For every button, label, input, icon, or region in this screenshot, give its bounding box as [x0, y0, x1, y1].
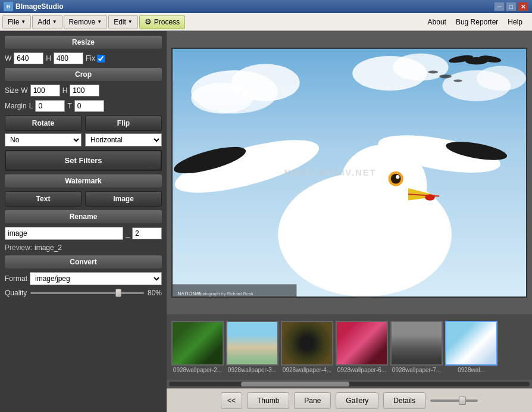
crop-margin-label: Margin [5, 102, 27, 110]
fix-checkbox[interactable] [97, 55, 105, 63]
rename-preview-value: image_2 [35, 244, 62, 252]
set-filters-button[interactable]: Set Filters [5, 150, 162, 171]
thumbnail-img-2[interactable] [226, 321, 278, 366]
thumbnail-img-1[interactable] [171, 321, 224, 366]
thumbnail-label-2: 0928wallpaper-3... [228, 367, 277, 373]
bug-reporter-button[interactable]: Bug Reporter [453, 17, 500, 27]
quality-row: Quality 80% [5, 289, 162, 297]
thumbnail-img-4[interactable] [336, 321, 388, 366]
crop-l-label: L [29, 102, 33, 110]
svg-point-11 [439, 74, 452, 78]
minimize-button[interactable]: ─ [494, 2, 505, 11]
svg-point-12 [428, 71, 438, 74]
zoom-handle[interactable] [459, 397, 466, 405]
svg-point-19 [340, 145, 427, 225]
quality-value: 80% [148, 289, 162, 297]
rename-row: _ [5, 227, 162, 240]
resize-w-input[interactable] [14, 52, 43, 64]
resize-w-label: W [5, 54, 11, 63]
zoom-slider-container [430, 399, 478, 402]
file-menu[interactable]: File ▼ [2, 15, 31, 29]
process-menu[interactable]: ⚙ Process [139, 15, 185, 29]
right-panel: NEWS.MYDIV.NET NATIONAL GEOGRAPHIC Photo… [167, 31, 532, 412]
scroll-thumb[interactable] [241, 382, 349, 386]
svg-text:NEWS.MYDIV.NET: NEWS.MYDIV.NET [284, 168, 377, 177]
watermark-text-button[interactable]: Text [5, 191, 82, 207]
rename-header: Rename [5, 210, 162, 223]
thumbnail-label-3: 0928wallpaper-4... [283, 367, 331, 373]
rotate-select[interactable]: No 90° 180° 270° [5, 133, 82, 146]
app-title: BImageStudio [15, 2, 64, 11]
crop-margin-row: Margin L T [5, 100, 162, 112]
resize-row: W H Fix [5, 52, 162, 64]
edit-menu[interactable]: Edit ▼ [108, 15, 138, 29]
prev-button[interactable]: << [221, 392, 242, 409]
add-menu[interactable]: Add ▼ [32, 15, 62, 29]
gallery-view-button[interactable]: Gallery [336, 392, 378, 409]
rename-counter[interactable] [132, 227, 162, 239]
thumbnail-img-5[interactable] [390, 321, 443, 366]
thumbnail-label-1: 0928wallpaper-2... [173, 367, 222, 373]
thumbnail-item[interactable]: 0928wallpaper-3... [226, 321, 278, 373]
thumbnail-img-3[interactable] [281, 321, 333, 366]
svg-point-3 [191, 83, 253, 114]
quality-handle[interactable] [115, 289, 121, 297]
thumbnail-label-4: 0928wallpaper-6... [337, 367, 386, 373]
crop-size-row: Size W H [5, 85, 162, 96]
thumbnail-item[interactable]: 0928wallpaper-4... [281, 321, 333, 373]
help-button[interactable]: Help [505, 17, 525, 27]
thumbnail-strip: 0928wallpaper-2... 0928wallpaper-3... 09… [167, 314, 532, 380]
about-button[interactable]: About [425, 17, 449, 27]
resize-h-input[interactable] [54, 52, 83, 64]
remove-arrow-icon: ▼ [97, 19, 102, 24]
svg-text:Photograph by Richard Rush: Photograph by Richard Rush [198, 291, 254, 296]
thumbnail-item[interactable]: 0928wallpaper-6... [336, 321, 388, 373]
crop-w-label: W [21, 86, 27, 95]
flip-select[interactable]: Horizontal Vertical Both None [85, 133, 162, 146]
thumb-view-button[interactable]: Thumb [247, 392, 289, 409]
crop-t-label: T [67, 102, 71, 110]
watermark-image-button[interactable]: Image [85, 191, 162, 207]
image-area: NEWS.MYDIV.NET NATIONAL GEOGRAPHIC Photo… [167, 31, 532, 314]
scroll-strip [167, 380, 532, 388]
remove-menu[interactable]: Remove ▼ [64, 15, 108, 29]
scroll-track[interactable] [169, 382, 530, 386]
svg-point-21 [391, 174, 401, 184]
crop-w-input[interactable] [30, 85, 60, 96]
svg-point-7 [477, 66, 526, 91]
rename-preview-label: Preview: [5, 244, 32, 252]
thumbnail-item[interactable]: 0928wal... [445, 321, 497, 373]
svg-text:BHP INTERNATIONAL PHOTOGRAPHY : BHP INTERNATIONAL PHOTOGRAPHY CONTEST [433, 296, 526, 298]
crop-t-input[interactable] [74, 100, 104, 112]
rename-preview-row: Preview: image_2 [5, 244, 162, 252]
edit-arrow-icon: ▼ [128, 19, 133, 24]
thumbnail-label-5: 0928wallpaper-7... [392, 367, 441, 373]
maximize-button[interactable]: □ [506, 2, 517, 11]
pane-view-button[interactable]: Pane [294, 392, 331, 409]
crop-size-label: Size [5, 86, 18, 95]
svg-point-22 [396, 175, 399, 179]
flip-header: Flip [85, 116, 162, 131]
resize-h-label: H [46, 54, 51, 63]
quality-slider[interactable] [30, 292, 144, 294]
crop-h-input[interactable] [70, 85, 99, 96]
format-select[interactable]: image/jpeg image/png image/gif image/bmp [30, 272, 162, 285]
rename-separator: _ [126, 229, 130, 238]
seagull-svg: NEWS.MYDIV.NET NATIONAL GEOGRAPHIC Photo… [173, 48, 526, 298]
thumbnail-item[interactable]: 0928wallpaper-2... [171, 321, 224, 373]
svg-point-25 [425, 194, 435, 200]
close-button[interactable]: ✕ [518, 2, 528, 11]
details-view-button[interactable]: Details [383, 392, 425, 409]
app-icon: B [4, 2, 13, 11]
zoom-slider[interactable] [430, 399, 478, 402]
resize-header: Resize [5, 36, 162, 49]
rename-input[interactable] [5, 227, 123, 240]
add-arrow-icon: ▼ [52, 19, 57, 24]
crop-l-input[interactable] [35, 100, 65, 112]
thumbnail-img-6[interactable] [445, 321, 497, 366]
rotate-header: Rotate [5, 116, 82, 131]
watermark-header: Watermark [5, 174, 162, 188]
thumbnail-item[interactable]: 0928wallpaper-7... [390, 321, 443, 373]
format-label: Format [5, 274, 27, 283]
bottom-toolbar: << Thumb Pane Gallery Details [167, 388, 532, 412]
